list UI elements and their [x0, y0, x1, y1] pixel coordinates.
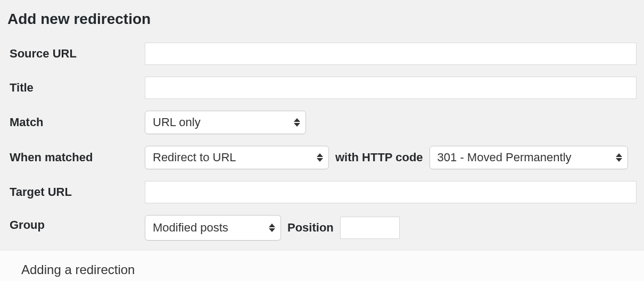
label-group: Group: [7, 215, 145, 232]
row-when-matched: When matched Redirect to URL with HTTP c…: [7, 146, 637, 169]
label-match: Match: [7, 115, 145, 129]
sort-icon: [294, 118, 300, 127]
sort-icon: [616, 153, 622, 162]
source-url-input[interactable]: [145, 43, 637, 65]
control-match: URL only: [145, 111, 637, 134]
match-select-value: URL only: [145, 115, 220, 129]
control-source-url: [145, 43, 637, 65]
row-source-url: Source URL: [7, 43, 637, 65]
row-group: Group Modified posts Position: [7, 215, 637, 241]
add-redirection-panel: Add new redirection Source URL Title Mat…: [0, 0, 644, 241]
control-title: [145, 77, 637, 99]
title-input[interactable]: [145, 77, 637, 99]
control-when-matched: Redirect to URL with HTTP code 301 - Mov…: [145, 146, 637, 169]
control-target-url: [145, 181, 637, 203]
group-select-value: Modified posts: [145, 221, 247, 235]
match-select[interactable]: URL only: [145, 111, 306, 134]
when-matched-select[interactable]: Redirect to URL: [145, 146, 329, 169]
control-group: Modified posts Position: [145, 215, 637, 241]
group-select[interactable]: Modified posts: [145, 215, 281, 241]
label-source-url: Source URL: [7, 47, 145, 61]
row-match: Match URL only: [7, 111, 637, 134]
label-when-matched: When matched: [7, 151, 145, 164]
row-target-url: Target URL: [7, 181, 637, 203]
panel-title: Add new redirection: [7, 11, 637, 28]
label-target-url: Target URL: [7, 185, 145, 199]
caption-text: Adding a redirection: [21, 262, 135, 277]
sort-icon: [317, 153, 323, 162]
label-title: Title: [7, 81, 145, 95]
sort-icon: [269, 224, 275, 232]
caption-area: Adding a redirection: [0, 250, 644, 281]
when-matched-select-value: Redirect to URL: [145, 151, 255, 164]
http-code-select-value: 301 - Moved Permanently: [430, 151, 591, 164]
row-title: Title: [7, 77, 637, 99]
http-code-select[interactable]: 301 - Moved Permanently: [430, 146, 628, 169]
position-input[interactable]: [340, 217, 400, 239]
with-http-code-text: with HTTP code: [335, 151, 423, 164]
target-url-input[interactable]: [145, 181, 637, 203]
position-label: Position: [287, 221, 334, 235]
